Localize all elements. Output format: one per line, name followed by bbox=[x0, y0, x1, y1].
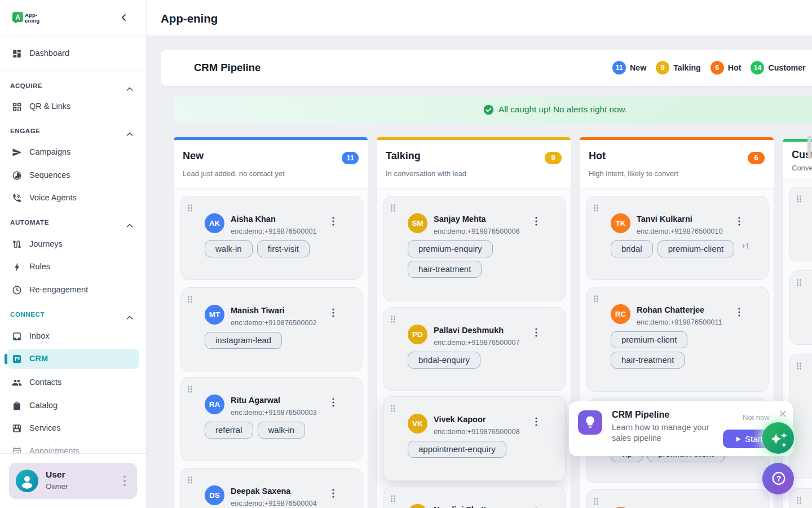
svg-text:?: ? bbox=[776, 474, 782, 483]
svg-text:A: A bbox=[15, 14, 20, 21]
